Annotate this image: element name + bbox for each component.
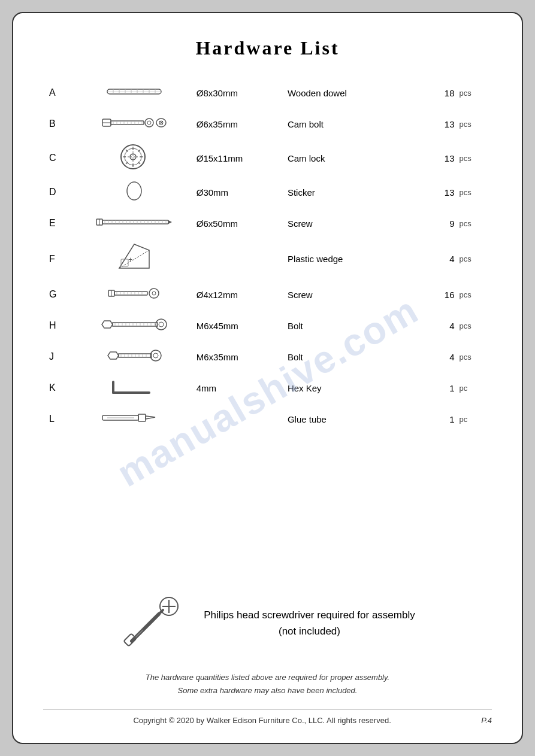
svg-text:+: + [128, 256, 132, 264]
item-unit: pcs [457, 177, 492, 208]
item-name: Sticker [282, 177, 422, 208]
item-unit: pc [457, 403, 492, 435]
item-qty: 4 [422, 310, 457, 341]
item-size: Ø4x12mm [191, 279, 282, 310]
item-letter: C [43, 139, 78, 177]
disclaimer-line2: Some extra hardware may also have been i… [43, 684, 492, 697]
item-icon [78, 279, 191, 310]
svg-point-22 [145, 119, 153, 127]
item-icon [78, 177, 191, 208]
screwdriver-note-line1: Philips head screwdriver required for as… [204, 607, 415, 623]
table-row: L Glue tube 1 pc [43, 403, 492, 435]
item-unit: pcs [457, 239, 492, 279]
svg-marker-113 [146, 416, 155, 419]
svg-rect-122 [124, 633, 137, 646]
item-qty: 4 [422, 341, 457, 372]
screwdriver-note-text: Philips head screwdriver required for as… [204, 607, 415, 639]
table-row: H M6x45mm Bolt 4 pcs [43, 310, 492, 341]
table-row: D Ø30mm Sticker 13 pcs [43, 177, 492, 208]
table-row: B Ø6x35mm Cam bolt 13 pcs [43, 108, 492, 139]
item-name: Wooden dowel [282, 77, 422, 108]
item-size: Ø15x11mm [191, 139, 282, 177]
item-icon [78, 139, 191, 177]
item-letter: J [43, 341, 78, 372]
item-unit: pcs [457, 341, 492, 372]
item-name: Screw [282, 279, 422, 310]
disclaimer-line1: The hardware quantities listed above are… [43, 671, 492, 684]
item-letter: G [43, 279, 78, 310]
item-size: Ø30mm [191, 177, 282, 208]
item-name: Bolt [282, 310, 422, 341]
item-qty: 16 [422, 279, 457, 310]
svg-point-80 [152, 292, 156, 295]
table-row: E Ø6x50mm Screw 9 pcs [43, 208, 492, 239]
item-letter: E [43, 208, 78, 239]
disclaimer: The hardware quantities listed above are… [43, 671, 492, 697]
screwdriver-icon [120, 593, 186, 653]
item-qty: 13 [422, 108, 457, 139]
item-qty: 1 [422, 372, 457, 403]
page-number: P.4 [481, 716, 492, 725]
item-name: Cam lock [282, 139, 422, 177]
copyright-text: Copyright © 2020 by Walker Edison Furnit… [43, 716, 481, 725]
svg-point-96 [159, 322, 164, 327]
svg-marker-64 [119, 244, 149, 268]
item-qty: 13 [422, 177, 457, 208]
table-row: A Ø8x30mm Wooden dowel 18 pcs [43, 77, 492, 108]
item-unit: pcs [457, 77, 492, 108]
item-letter: B [43, 108, 78, 139]
item-name: Screw [282, 208, 422, 239]
item-size: Ø8x30mm [191, 77, 282, 108]
item-unit: pcs [457, 139, 492, 177]
page-title: Hardware List [43, 37, 492, 59]
item-letter: A [43, 77, 78, 108]
svg-rect-70 [114, 292, 147, 295]
table-row: C Ø15x11mm Cam lock 13 pcs [43, 139, 492, 177]
table-row: J M6x35mm Bolt 4 pcs [43, 341, 492, 372]
svg-point-79 [149, 289, 159, 298]
svg-marker-97 [108, 352, 119, 359]
item-unit: pc [457, 372, 492, 403]
item-unit: pcs [457, 108, 492, 139]
item-size: Ø6x35mm [191, 108, 282, 139]
item-name: Plastic wedge [282, 239, 422, 279]
item-size: M6x45mm [191, 310, 282, 341]
table-row: F + Plastic wedge 4 pcs [43, 239, 492, 279]
item-size: Ø6x50mm [191, 208, 282, 239]
svg-rect-98 [119, 354, 152, 357]
svg-point-41 [127, 182, 141, 200]
screwdriver-note: Philips head screwdriver required for as… [43, 593, 492, 653]
item-icon [78, 310, 191, 341]
item-unit: pcs [457, 208, 492, 239]
table-row: G Ø4x12mm Screw 16 pcs [43, 279, 492, 310]
hardware-table: A Ø8x30mm Wooden dowel 18 pcs B [43, 77, 492, 435]
item-name: Bolt [282, 341, 422, 372]
item-icon: + [78, 239, 191, 279]
item-size [191, 403, 282, 435]
item-icon [78, 108, 191, 139]
item-letter: L [43, 403, 78, 435]
svg-marker-63 [168, 220, 172, 224]
screwdriver-note-line2: (not included) [204, 623, 415, 639]
item-name: Glue tube [282, 403, 422, 435]
item-size [191, 239, 282, 279]
svg-point-23 [147, 121, 151, 125]
bottom-section: Philips head screwdriver required for as… [43, 569, 492, 725]
item-icon [78, 372, 191, 403]
svg-rect-112 [138, 414, 146, 421]
item-unit: pcs [457, 310, 492, 341]
svg-marker-81 [102, 321, 113, 328]
item-qty: 4 [422, 239, 457, 279]
item-icon [78, 208, 191, 239]
item-qty: 9 [422, 208, 457, 239]
table-row: K 4mm Hex Key 1 pc [43, 372, 492, 403]
item-unit: pcs [457, 279, 492, 310]
item-qty: 1 [422, 403, 457, 435]
item-name: Hex Key [282, 372, 422, 403]
item-letter: H [43, 310, 78, 341]
svg-rect-12 [111, 121, 144, 125]
item-qty: 18 [422, 77, 457, 108]
item-letter: D [43, 177, 78, 208]
page: Hardware List manualshive.com A Ø8x30mm … [12, 12, 523, 744]
item-icon [78, 77, 191, 108]
